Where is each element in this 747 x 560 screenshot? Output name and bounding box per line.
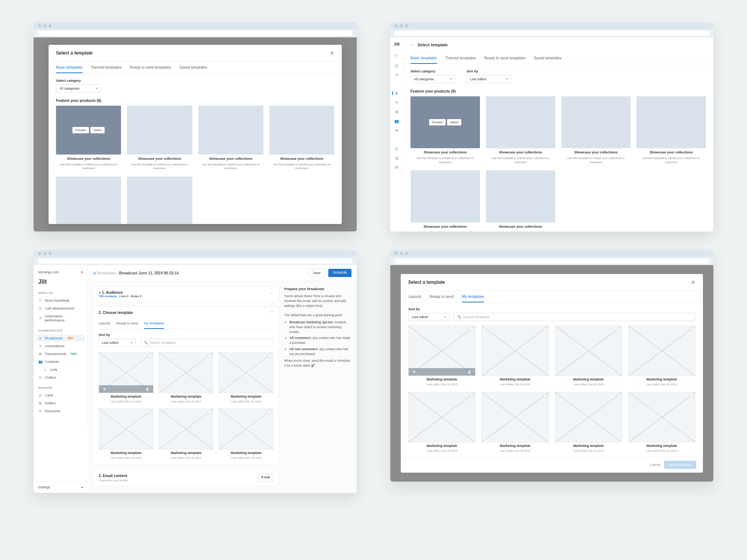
template-card[interactable]: Preview Select Showcase your collections… xyxy=(410,96,480,164)
template-card[interactable]: Showcase your collectionsUse this templa… xyxy=(636,96,706,164)
template-thumb[interactable] xyxy=(555,392,622,442)
template-card[interactable]: Showcase your collectionsUse this templa… xyxy=(269,106,334,171)
nav-automation-perf[interactable]: ✈Automation performance xyxy=(36,312,85,324)
select-button[interactable]: Select xyxy=(447,119,461,125)
nav-broadcasts[interactable]: ※BroadcastsBeta xyxy=(36,335,85,342)
template-thumb[interactable] xyxy=(628,392,695,442)
nav-transactional[interactable]: ⊞TransactionalNew xyxy=(36,350,85,357)
tab-layouts[interactable]: Layouts xyxy=(99,318,111,329)
panel-email-content-header[interactable]: 2. Email contentCustomize your email ✎ E… xyxy=(93,470,279,486)
nav-cart-abandonment[interactable]: 🛒Cart abandonment xyxy=(36,305,85,312)
tab-ready[interactable]: Ready to send xyxy=(117,318,138,329)
template-card[interactable]: Preview Select Showcase your collections… xyxy=(56,106,121,171)
rail-icon[interactable]: ⊞ xyxy=(395,110,398,114)
rail-icon[interactable]: ✈ xyxy=(395,73,398,77)
rail-icon[interactable]: 🛡 xyxy=(395,54,399,58)
template-card[interactable]: Showcase your collectionsUse this templa… xyxy=(561,96,631,164)
tab-ready[interactable]: Ready to send templates xyxy=(130,62,171,73)
rail-icon[interactable]: 🛒 xyxy=(394,147,399,151)
rail-icon[interactable]: 👥 xyxy=(394,119,399,123)
trash-icon[interactable]: 🗑 xyxy=(146,387,149,391)
template-thumb[interactable] xyxy=(481,392,549,442)
nav-settings[interactable]: Settings▸ xyxy=(34,481,88,493)
close-icon[interactable]: ✕ xyxy=(691,279,695,285)
cancel-button[interactable]: Cancel xyxy=(650,463,660,467)
search-input[interactable]: 🔍Search templates xyxy=(140,339,273,347)
edit-button[interactable]: ✎ Edit xyxy=(258,474,273,482)
back-arrow-icon[interactable]: ← xyxy=(410,43,415,47)
category-label: Select category xyxy=(56,79,101,83)
template-card[interactable]: Showcase your collectionsUse this templa… xyxy=(486,96,555,164)
panel-template-header[interactable]: 2. Choose template⌃ xyxy=(93,307,279,318)
tab-basic[interactable]: Basic templates xyxy=(56,62,83,73)
select-template-button[interactable]: Select template xyxy=(664,461,696,469)
nav-discounts[interactable]: %Discounts xyxy=(36,407,85,414)
template-thumb-hover[interactable]: 👁🗑 xyxy=(408,326,475,376)
schedule-button[interactable]: Schedule xyxy=(328,269,351,277)
select-template-modal: Select a template ✕ Layouts Ready to sen… xyxy=(401,274,703,473)
nav-outbox[interactable]: ✉Outbox xyxy=(36,374,85,381)
template-thumb[interactable] xyxy=(99,408,154,449)
tab-layouts[interactable]: Layouts xyxy=(408,291,421,302)
tab-my-templates[interactable]: My templates xyxy=(462,291,484,302)
save-button[interactable]: Save xyxy=(308,269,326,277)
sort-label: Sort by xyxy=(99,333,136,337)
rail-icon[interactable]: ⊞ xyxy=(395,156,398,160)
template-thumb-hover[interactable]: 👁🗑 xyxy=(99,352,154,393)
trash-icon[interactable]: 🗑 xyxy=(468,370,471,374)
tab-themed[interactable]: Themed templates xyxy=(445,52,476,64)
shop-switcher[interactable]: skyverge.com▾ xyxy=(38,270,83,274)
tab-saved[interactable]: Saved templates xyxy=(179,62,207,73)
rail-icon-active[interactable]: ※ xyxy=(392,91,398,95)
template-card[interactable]: Showcase your collectionsUse this templa… xyxy=(410,170,480,231)
template-thumb[interactable] xyxy=(159,352,214,393)
nav-store-heartbeat[interactable]: 🛡Store heartbeat xyxy=(36,297,85,304)
sort-select[interactable]: Last edited xyxy=(99,339,136,347)
tab-themed[interactable]: Themed templates xyxy=(91,62,122,73)
rail-icon[interactable]: ✈ xyxy=(395,100,398,105)
rail-icon[interactable]: % xyxy=(395,165,398,169)
tab-ready[interactable]: Ready to send templates xyxy=(484,52,526,64)
modal-title: Select a template xyxy=(56,50,93,56)
template-card[interactable]: Showcase your collectionsUse this templa… xyxy=(127,177,192,224)
template-card[interactable]: Showcase your collectionsUse this templa… xyxy=(486,170,555,231)
template-thumb[interactable] xyxy=(481,326,549,376)
template-card[interactable]: Showcase your collectionsUse this templa… xyxy=(127,106,192,171)
plane-icon: ✈ xyxy=(38,344,43,348)
nav-lists[interactable]: ≡Lists xyxy=(36,366,85,373)
topbar: ※ Broadcasts › Broadcast June 11, 2019 0… xyxy=(88,265,357,281)
eye-icon[interactable]: 👁 xyxy=(103,387,106,391)
template-thumb-hover[interactable]: Preview Select xyxy=(56,106,121,155)
select-button[interactable]: Select xyxy=(90,127,105,133)
category-select[interactable]: All categories xyxy=(410,75,455,83)
tab-saved[interactable]: Saved templates xyxy=(534,52,562,64)
category-select[interactable]: All categories xyxy=(56,84,101,93)
template-card[interactable]: Showcase your collectionsUse this templa… xyxy=(56,177,121,224)
template-thumb[interactable] xyxy=(555,326,622,376)
template-card[interactable]: Showcase your collectionsUse this templa… xyxy=(198,106,263,171)
contacts-link[interactable]: 738 contacts xyxy=(99,295,117,298)
nav-carts[interactable]: 🛒Carts xyxy=(36,392,85,399)
close-icon[interactable]: ✕ xyxy=(330,50,334,56)
template-thumb[interactable] xyxy=(218,408,273,449)
search-input[interactable]: 🔍Search templates xyxy=(454,313,695,321)
sort-select[interactable]: Last edited xyxy=(408,313,449,321)
rail-icon[interactable]: 🛒 xyxy=(394,63,399,68)
template-thumb[interactable] xyxy=(408,392,475,442)
nav-automations[interactable]: ✈Automations xyxy=(36,342,85,349)
eye-icon[interactable]: 👁 xyxy=(412,370,416,374)
preview-button[interactable]: Preview xyxy=(429,119,446,125)
template-thumb[interactable] xyxy=(159,408,214,449)
template-thumb[interactable] xyxy=(628,326,695,376)
tab-basic[interactable]: Basic templates xyxy=(410,52,437,64)
tab-ready[interactable]: Ready to send xyxy=(430,291,454,302)
rail-icon[interactable]: ✉ xyxy=(395,128,398,133)
panel-audience-header[interactable]: ● 1. Audience 738 contacts · Lists ▾ · R… xyxy=(93,287,279,302)
template-thumb-hover[interactable]: Preview Select xyxy=(410,96,480,148)
tab-my-templates[interactable]: My templates xyxy=(144,318,164,329)
template-thumb[interactable] xyxy=(218,352,273,393)
nav-orders[interactable]: ⊞Orders xyxy=(36,399,85,407)
sort-select[interactable]: Last edited xyxy=(467,75,511,83)
nav-contacts[interactable]: 👥Contacts xyxy=(36,358,85,365)
preview-button[interactable]: Preview xyxy=(72,127,89,133)
